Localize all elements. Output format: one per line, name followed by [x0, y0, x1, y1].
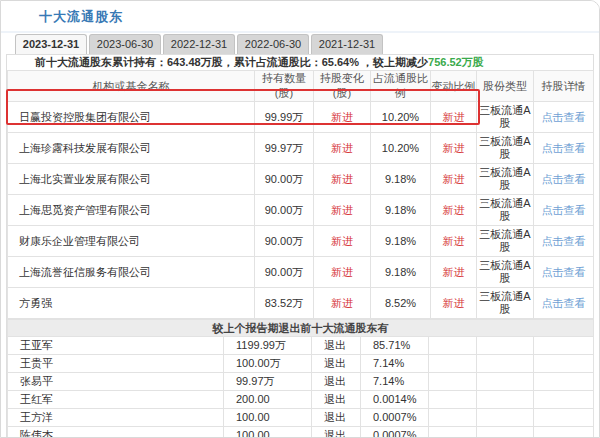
cell-empty [429, 355, 477, 373]
cell-ratio: 9.18% [371, 164, 431, 195]
cell-detail-link[interactable]: 点击查看 [534, 288, 594, 319]
cell-empty [477, 355, 534, 373]
cell-detail-link[interactable]: 点击查看 [534, 164, 594, 195]
cell-ratio: 7.14% [361, 355, 429, 373]
cell-share-type: 三板流通A股 [477, 133, 534, 164]
cell-change: 新进 [314, 102, 371, 133]
column-header: 持股详情 [534, 71, 594, 102]
cell-name: 上海流誉征信服务有限公司 [8, 257, 255, 288]
cell-name: 上海珍露科技发展有限公司 [8, 133, 255, 164]
tab-2021-12-31[interactable]: 2021-12-31 [311, 34, 383, 54]
cell-empty [534, 337, 594, 355]
cell-ratio: 0.0007% [361, 409, 429, 427]
cell-name: 陈伟杰 [8, 427, 224, 438]
cell-ratio: 85.71% [361, 337, 429, 355]
cell-share-type: 三板流通A股 [477, 195, 534, 226]
cell-detail-link[interactable]: 点击查看 [534, 102, 594, 133]
cell-quantity: 90.00万 [255, 257, 314, 288]
shareholder-row: 上海流誉征信服务有限公司90.00万新进9.18%新进三板流通A股点击查看 [8, 257, 594, 288]
exited-table: 较上个报告期退出前十大流通股东有 王亚军1199.99万退出85.71%王贵平1… [7, 319, 594, 438]
cell-share-type: 三板流通A股 [477, 226, 534, 257]
column-header: 占流通股比例 [371, 71, 431, 102]
main-table-body: 日赢投资控股集团有限公司99.99万新进10.20%新进三板流通A股点击查看上海… [8, 102, 594, 319]
cell-ratio: 10.20% [371, 102, 431, 133]
exited-section-title: 较上个报告期退出前十大流通股东有 [8, 320, 594, 337]
cell-ratio: 9.18% [371, 195, 431, 226]
tabs: 2023-12-312023-06-302022-12-312022-06-30… [15, 34, 383, 54]
cell-status: 退出 [312, 427, 361, 438]
cell-empty [477, 337, 534, 355]
cell-empty [534, 391, 594, 409]
cell-quantity: 90.00万 [255, 164, 314, 195]
exited-row: 王亚军1199.99万退出85.71% [8, 337, 594, 355]
cell-name: 方勇强 [8, 288, 255, 319]
cell-quantity: 100.00 [224, 409, 312, 427]
tab-2022-06-30[interactable]: 2022-06-30 [237, 34, 309, 54]
exited-row: 王贵平100.00万退出7.14% [8, 355, 594, 373]
cell-detail-link[interactable]: 点击查看 [534, 133, 594, 164]
cell-detail-link[interactable]: 点击查看 [534, 226, 594, 257]
cell-empty [534, 373, 594, 391]
cell-name: 上海北实置业发展有限公司 [8, 164, 255, 195]
cell-empty [429, 427, 477, 438]
page: 十大流通股东 2023-12-312023-06-302022-12-31202… [0, 0, 600, 438]
cell-empty [534, 409, 594, 427]
cell-change: 新进 [314, 133, 371, 164]
cell-change: 新进 [314, 288, 371, 319]
cell-name: 王方洋 [8, 409, 224, 427]
cell-change-ratio: 新进 [431, 226, 477, 257]
tab-2023-12-31[interactable]: 2023-12-31 [15, 34, 87, 54]
cell-quantity: 200.00 [224, 391, 312, 409]
cell-name: 日赢投资控股集团有限公司 [8, 102, 255, 133]
cell-change-ratio: 新进 [431, 288, 477, 319]
shareholder-row: 上海珍露科技发展有限公司99.97万新进10.20%新进三板流通A股点击查看 [8, 133, 594, 164]
summary-ratio-value: 65.64% [322, 56, 359, 68]
cell-name: 财康乐企业管理有限公司 [8, 226, 255, 257]
cell-empty [429, 337, 477, 355]
cell-name: 上海思觅资产管理有限公司 [8, 195, 255, 226]
cell-name: 张易平 [8, 373, 224, 391]
tab-2022-12-31[interactable]: 2022-12-31 [163, 34, 235, 54]
column-header: 变动比例 [431, 71, 477, 102]
cell-ratio: 0.0007% [361, 427, 429, 438]
cell-share-type: 三板流通A股 [477, 164, 534, 195]
cell-change: 新进 [314, 164, 371, 195]
column-header: 股份类型 [477, 71, 534, 102]
cell-change-ratio: 新进 [431, 164, 477, 195]
cell-ratio: 7.14% [361, 373, 429, 391]
cell-change: 新进 [314, 195, 371, 226]
cell-change: 新进 [314, 257, 371, 288]
cell-detail-link[interactable]: 点击查看 [534, 195, 594, 226]
page-title: 十大流通股东 [39, 8, 123, 26]
cell-ratio: 9.18% [371, 226, 431, 257]
summary-label-change: ，较上期减少 [359, 56, 428, 68]
cell-quantity: 100.00 [224, 427, 312, 438]
exited-section-header-row: 较上个报告期退出前十大流通股东有 [8, 320, 594, 337]
cell-empty [477, 373, 534, 391]
tab-2023-06-30[interactable]: 2023-06-30 [89, 34, 161, 54]
exited-row: 张易平99.97万退出7.14% [8, 373, 594, 391]
cell-quantity: 83.52万 [255, 288, 314, 319]
cell-empty [477, 409, 534, 427]
shareholder-row: 方勇强83.52万新进8.52%新进三板流通A股点击查看 [8, 288, 594, 319]
column-header: 持股变化(股) [314, 71, 371, 102]
cell-status: 退出 [312, 355, 361, 373]
cell-quantity: 100.00万 [224, 355, 312, 373]
cell-change-ratio: 新进 [431, 102, 477, 133]
cell-empty [477, 427, 534, 438]
column-header: 机构或基金名称 [8, 71, 255, 102]
cell-name: 王贵平 [8, 355, 224, 373]
title-bar: 十大流通股东 [1, 1, 599, 33]
cell-quantity: 1199.99万 [224, 337, 312, 355]
shareholder-row: 日赢投资控股集团有限公司99.99万新进10.20%新进三板流通A股点击查看 [8, 102, 594, 133]
cell-change-ratio: 新进 [431, 257, 477, 288]
shareholder-row: 上海北实置业发展有限公司90.00万新进9.18%新进三板流通A股点击查看 [8, 164, 594, 195]
exited-row: 陈伟杰100.00退出0.0007% [8, 427, 594, 438]
cell-change-ratio: 新进 [431, 133, 477, 164]
cell-quantity: 90.00万 [255, 195, 314, 226]
cell-change: 新进 [314, 226, 371, 257]
summary-holding-value: 643.48万股 [167, 56, 223, 68]
cell-empty [534, 355, 594, 373]
cell-quantity: 99.97万 [224, 373, 312, 391]
cell-detail-link[interactable]: 点击查看 [534, 257, 594, 288]
